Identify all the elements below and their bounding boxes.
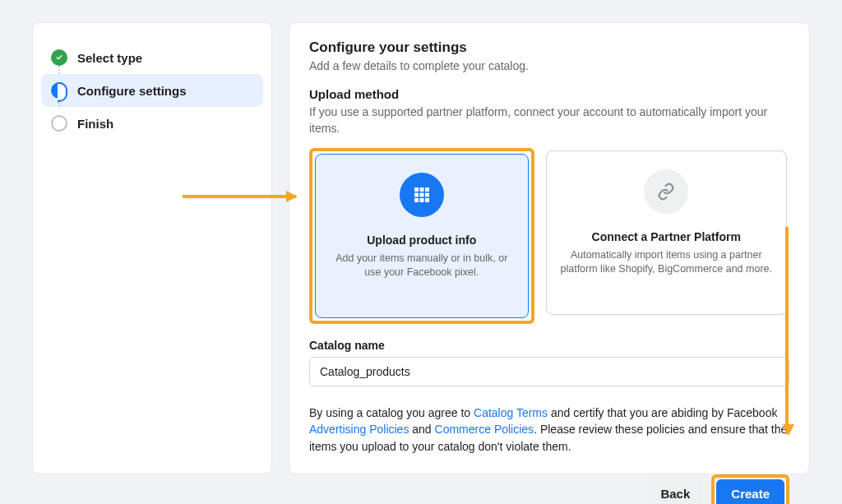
option-connect-partner[interactable]: Connect a Partner Platform Automatically… — [546, 150, 788, 315]
highlight-create-button: Create — [711, 474, 789, 504]
upload-method-heading: Upload method — [309, 87, 789, 101]
link-advertising-policies[interactable]: Advertising Policies — [309, 423, 409, 436]
upload-options: Upload product info Add your items manua… — [309, 148, 789, 324]
option-desc: Add your items manually or in bulk, or u… — [329, 252, 515, 280]
highlight-upload-option: Upload product info Add your items manua… — [309, 148, 534, 324]
page-subtitle: Add a few details to complete your catal… — [309, 59, 789, 72]
main-panel: Configure your settings Add a few detail… — [289, 23, 809, 474]
svg-rect-2 — [425, 187, 429, 192]
wizard-sidebar: Select type Configure settings Finish — [33, 23, 271, 474]
empty-circle-icon — [51, 115, 67, 132]
check-icon — [51, 49, 67, 66]
arrow-annotation-vertical — [785, 227, 789, 434]
option-title: Connect a Partner Platform — [592, 230, 741, 243]
link-commerce-policies[interactable]: Commerce Policies — [435, 423, 534, 436]
option-upload-product-info[interactable]: Upload product info Add your items manua… — [315, 154, 529, 318]
link-catalog-terms[interactable]: Catalog Terms — [474, 406, 548, 419]
step-finish[interactable]: Finish — [41, 107, 263, 140]
option-title: Upload product info — [367, 234, 476, 247]
catalog-name-label: Catalog name — [309, 339, 789, 352]
half-circle-icon — [51, 82, 67, 99]
svg-rect-7 — [419, 198, 423, 202]
step-label: Finish — [77, 117, 113, 131]
svg-rect-5 — [425, 193, 429, 197]
footer-actions: Back Create — [309, 474, 789, 504]
back-button[interactable]: Back — [647, 479, 703, 504]
svg-rect-6 — [414, 198, 419, 202]
svg-rect-3 — [414, 193, 419, 197]
step-select-type[interactable]: Select type — [41, 41, 263, 74]
option-desc: Automatically import items using a partn… — [560, 248, 774, 276]
link-icon — [644, 169, 688, 214]
svg-rect-8 — [425, 198, 429, 202]
step-label: Select type — [77, 51, 142, 65]
svg-rect-0 — [414, 187, 419, 192]
arrow-annotation-horizontal — [183, 195, 296, 198]
create-button[interactable]: Create — [716, 479, 784, 504]
svg-rect-4 — [419, 193, 423, 197]
catalog-name-input[interactable] — [309, 357, 789, 386]
upload-method-desc: If you use a supported partner platform,… — [309, 104, 789, 136]
step-label: Configure settings — [77, 84, 187, 98]
svg-rect-1 — [419, 187, 423, 192]
legal-text: By using a catalog you agree to Catalog … — [309, 405, 789, 455]
grid-icon — [400, 173, 444, 217]
step-configure-settings[interactable]: Configure settings — [41, 74, 263, 107]
page-title: Configure your settings — [309, 39, 789, 56]
